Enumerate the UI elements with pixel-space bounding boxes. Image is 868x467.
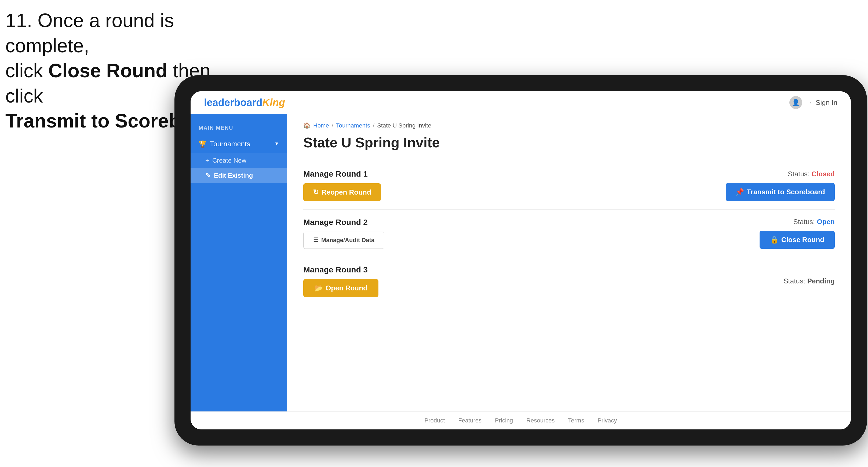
home-icon: 🏠 <box>303 122 311 129</box>
footer: Product Features Pricing Resources Terms… <box>191 411 851 429</box>
round-3-status: Status: Pending <box>783 277 835 285</box>
footer-terms[interactable]: Terms <box>568 417 584 424</box>
breadcrumb-tournaments[interactable]: Tournaments <box>336 122 370 129</box>
round-2-status: Status: Open <box>793 218 835 226</box>
sidebar-tournaments-label: Tournaments <box>210 140 250 148</box>
reopen-round-label: Reopen Round <box>321 188 371 196</box>
breadcrumb-sep-1: / <box>332 122 333 129</box>
transmit-to-scoreboard-label: Transmit to Scoreboard <box>747 188 825 196</box>
page-content: 🏠 Home / Tournaments / State U Spring In… <box>287 114 851 411</box>
open-round-label: Open Round <box>326 284 367 292</box>
footer-resources[interactable]: Resources <box>526 417 555 424</box>
round-1-left: Manage Round 1 ↻ Reopen Round <box>303 169 381 201</box>
lock-icon: 🔒 <box>770 236 779 244</box>
round-2-status-value: Open <box>817 218 835 226</box>
breadcrumb-sep-2: / <box>373 122 374 129</box>
footer-product[interactable]: Product <box>424 417 445 424</box>
sign-in-label: Sign In <box>816 98 837 107</box>
round-2-section: Manage Round 2 ☰ Manage/Audit Data Statu… <box>303 210 835 257</box>
round-3-status-value: Pending <box>807 277 835 285</box>
chevron-down-icon: ▲ <box>274 141 279 147</box>
round-1-status: Status: Closed <box>788 170 835 178</box>
breadcrumb-current: State U Spring Invite <box>377 122 431 129</box>
instruction-close-round: Close Round <box>48 60 167 81</box>
sidebar-submenu: + Create New ✎ Edit Existing <box>191 153 287 183</box>
open-icon: 📂 <box>314 284 323 292</box>
round-1-title: Manage Round 1 <box>303 169 381 179</box>
round-1-section: Manage Round 1 ↻ Reopen Round Status: Cl… <box>303 161 835 210</box>
sidebar-item-tournaments[interactable]: 🏆 Tournaments ▲ <box>191 135 287 153</box>
edit-icon: ✎ <box>205 172 211 179</box>
main-area: MAIN MENU 🏆 Tournaments ▲ + Create New ✎ <box>191 114 851 411</box>
transmit-to-scoreboard-button[interactable]: 📌 Transmit to Scoreboard <box>726 183 835 201</box>
close-round-button[interactable]: 🔒 Close Round <box>760 231 835 249</box>
open-round-button[interactable]: 📂 Open Round <box>303 279 378 297</box>
manage-audit-data-button[interactable]: ☰ Manage/Audit Data <box>303 231 384 249</box>
round-3-title: Manage Round 3 <box>303 265 378 274</box>
round-3-left: Manage Round 3 📂 Open Round <box>303 265 378 297</box>
close-round-label: Close Round <box>781 236 824 244</box>
sidebar-item-edit-existing[interactable]: ✎ Edit Existing <box>191 168 287 183</box>
trophy-icon: 🏆 <box>198 141 207 148</box>
round-2-right: Status: Open 🔒 Close Round <box>760 218 835 249</box>
sign-in-area[interactable]: 👤 → Sign In <box>789 96 837 109</box>
reopen-round-button[interactable]: ↻ Reopen Round <box>303 183 381 201</box>
footer-features[interactable]: Features <box>458 417 482 424</box>
edit-existing-label: Edit Existing <box>214 172 253 179</box>
plus-icon: + <box>205 157 209 164</box>
reopen-icon: ↻ <box>313 188 319 196</box>
top-nav: leaderboardKing 👤 → Sign In <box>191 91 851 114</box>
user-avatar-icon: 👤 <box>789 96 802 109</box>
transmit-icon: 📌 <box>736 188 744 196</box>
create-new-label: Create New <box>212 157 246 164</box>
tablet-device: leaderboardKing 👤 → Sign In MAIN MENU 🏆 … <box>175 75 867 445</box>
round-2-left: Manage Round 2 ☰ Manage/Audit Data <box>303 218 384 249</box>
main-menu-label: MAIN MENU <box>191 122 287 135</box>
page-title: State U Spring Invite <box>303 134 835 151</box>
sign-in-arrow-icon: → <box>805 98 812 107</box>
audit-icon: ☰ <box>313 237 318 244</box>
breadcrumb-home[interactable]: Home <box>313 122 329 129</box>
breadcrumb: 🏠 Home / Tournaments / State U Spring In… <box>303 122 835 129</box>
tablet-screen: leaderboardKing 👤 → Sign In MAIN MENU 🏆 … <box>191 91 851 429</box>
footer-privacy[interactable]: Privacy <box>597 417 617 424</box>
round-3-right: Status: Pending <box>783 277 835 285</box>
instruction-prefix: click <box>5 60 48 81</box>
footer-pricing[interactable]: Pricing <box>495 417 513 424</box>
logo-leaderboard-text: leaderboard <box>204 97 262 108</box>
logo: leaderboardKing <box>204 97 285 108</box>
sidebar: MAIN MENU 🏆 Tournaments ▲ + Create New ✎ <box>191 114 287 411</box>
instruction-line1: 11. Once a round is complete, <box>5 10 174 56</box>
sidebar-item-tournaments-left: 🏆 Tournaments <box>198 140 250 148</box>
sidebar-item-create-new[interactable]: + Create New <box>191 153 287 168</box>
round-3-section: Manage Round 3 📂 Open Round Status: Pend… <box>303 257 835 305</box>
manage-audit-data-label: Manage/Audit Data <box>321 237 374 244</box>
round-1-status-value: Closed <box>811 170 835 178</box>
round-2-title: Manage Round 2 <box>303 218 384 227</box>
logo-king-text: King <box>262 97 285 108</box>
round-1-right: Status: Closed 📌 Transmit to Scoreboard <box>726 170 835 201</box>
